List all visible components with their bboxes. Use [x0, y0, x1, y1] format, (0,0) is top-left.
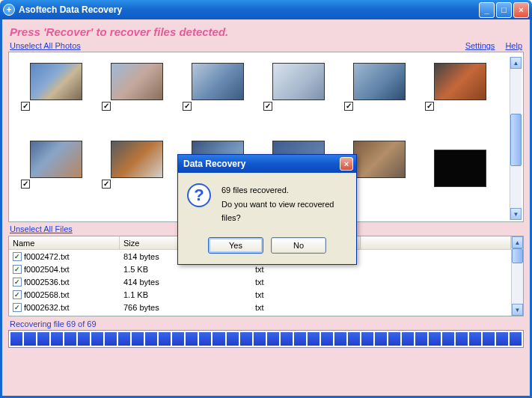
col-header-name[interactable]: Name [9, 236, 120, 249]
file-checkbox[interactable] [13, 265, 22, 274]
table-row[interactable]: f0002568.txt 1.1 KB txt [9, 288, 511, 301]
photo-thumbnail [30, 141, 82, 178]
dialog-message: 69 files recovered. Do you want to view … [221, 183, 347, 225]
file-size: 766 bytes [120, 302, 251, 313]
dialog-line1: 69 files recovered. [221, 183, 347, 198]
table-row[interactable]: f0002536.txt 414 bytes txt [9, 275, 511, 288]
unselect-all-photos-link[interactable]: Unselect All Photos [10, 41, 81, 50]
photo-checkbox[interactable] [425, 102, 434, 111]
photo-thumbnail [111, 63, 163, 100]
file-checkbox[interactable] [13, 290, 22, 299]
dialog-title: Data Recovery [181, 159, 340, 169]
scroll-up-button[interactable]: ▲ [512, 236, 523, 248]
maximize-button[interactable]: □ [496, 2, 512, 18]
photo-thumbnail [30, 63, 82, 100]
photo-item[interactable] [421, 135, 501, 209]
photo-thumbnail [192, 63, 244, 100]
photo-checkbox[interactable] [263, 102, 272, 111]
file-name: f0002536.txt [24, 278, 70, 287]
no-button[interactable]: No [271, 237, 326, 254]
scroll-thumb[interactable] [510, 114, 522, 166]
file-size: 1.1 KB [120, 290, 251, 300]
file-name: f0002472.txt [24, 252, 70, 261]
unselect-all-files-link[interactable]: Unselect All Files [10, 224, 73, 233]
scroll-thumb[interactable] [512, 248, 523, 263]
file-ext: txt [251, 290, 361, 300]
photo-scrollbar[interactable]: ▲ ▼ [510, 57, 522, 220]
file-checkbox[interactable] [13, 252, 22, 261]
help-link[interactable]: Help [505, 41, 522, 50]
file-name: f0002568.txt [24, 290, 70, 299]
photo-item[interactable] [97, 135, 178, 209]
file-scrollbar[interactable]: ▲ ▼ [511, 236, 523, 316]
file-checkbox[interactable] [13, 278, 22, 287]
file-ext: txt [251, 302, 361, 313]
photo-thumbnail [272, 63, 325, 100]
photo-item[interactable] [16, 57, 97, 132]
photo-checkbox[interactable] [21, 180, 30, 189]
scroll-up-button[interactable]: ▲ [510, 57, 522, 69]
photo-item[interactable] [16, 135, 97, 209]
photo-item[interactable] [340, 57, 421, 132]
settings-link[interactable]: Settings [465, 41, 495, 50]
close-button[interactable]: × [513, 2, 529, 18]
file-name: f0002632.txt [24, 303, 70, 312]
status-text: Recovering file 69 of 69 [8, 316, 524, 330]
recovery-complete-dialog: Data Recovery × ? 69 files recovered. Do… [177, 154, 357, 265]
photo-item[interactable] [178, 57, 259, 132]
question-icon: ? [187, 183, 211, 207]
photo-thumbnail [353, 63, 406, 100]
yes-button[interactable]: Yes [208, 237, 263, 254]
dialog-line2: Do you want to view recovered files? [221, 198, 347, 225]
file-name: f0002504.txt [24, 265, 70, 274]
instruction-text: Press 'Recover' to recover files detecte… [8, 24, 524, 41]
photo-thumbnail [111, 141, 163, 178]
photo-thumbnail [353, 141, 406, 178]
photo-checkbox[interactable] [21, 102, 30, 111]
titlebar: Asoftech Data Recovery _ □ × [0, 0, 532, 19]
app-icon [3, 4, 15, 16]
photo-checkbox[interactable] [102, 102, 111, 111]
photo-checkbox[interactable] [344, 102, 353, 111]
file-ext: txt [251, 277, 361, 287]
photo-thumbnail [434, 150, 486, 187]
window-title: Asoftech Data Recovery [19, 4, 479, 15]
col-header-empty [361, 236, 511, 249]
scroll-track[interactable] [512, 248, 523, 304]
dialog-titlebar: Data Recovery × [178, 155, 356, 173]
dialog-close-button[interactable]: × [340, 157, 353, 171]
table-row[interactable]: f0002632.txt 766 bytes txt [9, 301, 511, 313]
scroll-down-button[interactable]: ▼ [510, 208, 522, 220]
scroll-track[interactable] [510, 69, 522, 208]
file-size: 414 bytes [120, 277, 251, 287]
photo-checkbox[interactable] [183, 102, 192, 111]
photo-item[interactable] [421, 57, 501, 132]
photo-item[interactable] [97, 57, 178, 132]
progress-bar [8, 330, 524, 348]
photo-checkbox[interactable] [102, 180, 111, 189]
file-ext: txt [251, 264, 361, 275]
file-checkbox[interactable] [13, 303, 22, 312]
photo-item[interactable] [259, 57, 340, 132]
minimize-button[interactable]: _ [479, 2, 495, 18]
file-size: 1.5 KB [120, 264, 251, 275]
scroll-down-button[interactable]: ▼ [512, 304, 523, 316]
photo-thumbnail [434, 63, 486, 100]
